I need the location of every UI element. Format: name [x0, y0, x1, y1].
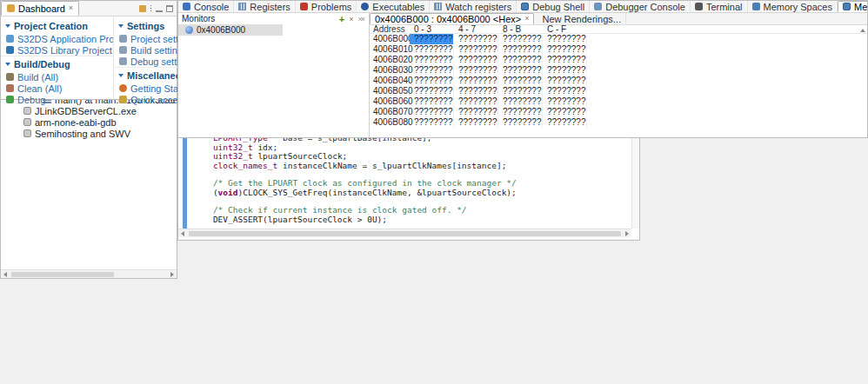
dashboard-action-clean-all[interactable]: Clean (All) [1, 83, 113, 94]
memory-row-4006B030[interactable]: 4006B030???????????????????????????????? [370, 65, 867, 76]
memory-row-4006B070[interactable]: 4006B070???????????????????????????????? [370, 107, 867, 117]
code-text: void [218, 188, 238, 197]
scrollbar-thumb[interactable] [189, 231, 621, 236]
memory-cell[interactable]: ???????? [454, 55, 498, 65]
debug-tree-item-8[interactable]: arm-none-eabi-gdb [1, 116, 177, 128]
memory-row-4006B010[interactable]: 4006B010???????????????????????????????? [370, 44, 867, 55]
memory-cell[interactable]: ???????? [543, 55, 587, 65]
memory-cell[interactable]: ???????? [410, 76, 454, 86]
memory-cell[interactable]: ???????? [498, 107, 543, 117]
bottom-view-tab-console-0[interactable]: Console [178, 1, 234, 12]
memory-address: 4006B060 [370, 96, 410, 107]
debug-tree-item-9[interactable]: Semihosting and SWV [1, 128, 177, 139]
memory-cell[interactable]: ???????? [410, 34, 454, 44]
memory-cell[interactable]: ???????? [410, 117, 454, 128]
scrollbar-thumb[interactable] [11, 272, 114, 277]
memory-address: 4006B080 [370, 117, 410, 128]
memory-row-4006B040[interactable]: 4006B040???????????????????????????????? [370, 76, 867, 86]
monitor-item-0x4006b000[interactable]: 0x4006B000 [178, 24, 283, 36]
bottom-view-tab-debug-shell-5[interactable]: Debug Shell [517, 1, 590, 12]
minimize-icon[interactable] [156, 5, 163, 12]
code-text: /* Check if current instance is clock ga… [193, 205, 467, 215]
memory-cell[interactable]: ???????? [454, 96, 498, 107]
memory-cell[interactable]: ???????? [410, 86, 454, 96]
view-menu-icon[interactable] [150, 4, 152, 12]
rendering-tab-0x4006b000-0x4006b000-hex-0[interactable]: 0x4006B000 : 0x4006B000 <Hex>× [370, 13, 534, 24]
scroll-right-icon[interactable] [623, 231, 631, 236]
memory-cell[interactable]: ???????? [543, 34, 587, 44]
memory-cell[interactable]: ???????? [454, 65, 498, 76]
editor-horizontal-scrollbar[interactable] [178, 228, 631, 237]
rendering-tab-new-renderings-1[interactable]: New Renderings... [534, 13, 626, 24]
dashboard-action-s32ds-application-project[interactable]: S32DS Application Project [1, 33, 113, 44]
memory-row-4006B080[interactable]: 4006B080???????????????????????????????? [370, 117, 867, 128]
memory-cell[interactable]: ???????? [454, 86, 498, 96]
memory-cell[interactable]: ???????? [410, 107, 454, 117]
bottom-view-tab-registers-1[interactable]: Registers [234, 1, 295, 12]
bottom-view-tab-problems-2[interactable]: Problems [296, 1, 357, 12]
bottom-view-tab-memory-9[interactable]: Memory× [838, 1, 867, 12]
memory-cell[interactable]: ???????? [410, 55, 454, 65]
code-line-20[interactable]: (void)CLOCK_SYS_GetFreq(instanceClkName,… [193, 189, 639, 197]
memory-cell[interactable]: ???????? [410, 65, 454, 76]
bottom-view-tab-terminal-7[interactable]: Terminal [691, 1, 748, 12]
close-icon[interactable]: × [69, 4, 73, 12]
memory-cell[interactable]: ???????? [543, 86, 587, 96]
memory-cell[interactable]: ???????? [543, 107, 587, 117]
memory-cell[interactable]: ???????? [498, 44, 543, 55]
memory-cell[interactable]: ???????? [498, 86, 543, 96]
memory-cell[interactable]: ???????? [498, 96, 543, 107]
memory-cell[interactable]: ???????? [454, 44, 498, 55]
dashboard-tab[interactable]: Dashboard × [1, 1, 79, 16]
remove-all-monitors-icon[interactable]: ×× [357, 15, 364, 23]
memory-cell[interactable]: ???????? [543, 96, 587, 107]
bottom-view-tab-memory-spaces-8[interactable]: Memory Spaces [748, 1, 838, 12]
collapse-icon[interactable] [5, 63, 10, 66]
memory-cell[interactable]: ???????? [454, 117, 498, 128]
memory-cell[interactable]: ???????? [543, 76, 587, 86]
remove-monitor-icon[interactable]: × [349, 15, 353, 23]
memory-row-4006B000[interactable]: 4006B000???????????????????????????????? [370, 34, 867, 44]
memory-cell[interactable]: ???????? [410, 44, 454, 55]
scroll-up-icon[interactable] [860, 27, 865, 34]
memory-cell[interactable]: ???????? [498, 76, 543, 86]
memory-cell[interactable]: ???????? [543, 65, 587, 76]
memory-row-4006B050[interactable]: 4006B050???????????????????????????????? [370, 86, 867, 96]
memory-cell[interactable]: ???????? [498, 34, 543, 44]
memory-cell[interactable]: ???????? [410, 96, 454, 107]
dashboard-action-s32ds-library-project[interactable]: S32DS Library Project [1, 44, 113, 56]
code-text: uint32_t [213, 142, 253, 152]
scroll-right-icon[interactable] [168, 272, 177, 277]
bottom-view-tab-watch-registers-4[interactable]: Watch registers [430, 1, 517, 12]
memory-row-4006B060[interactable]: 4006B060???????????????????????????????? [370, 96, 867, 107]
scroll-left-icon[interactable] [1, 272, 10, 277]
close-icon[interactable]: × [524, 15, 529, 23]
bottom-view-tab-debugger-console-6[interactable]: Debugger Console [590, 1, 691, 12]
open-perspective-icon[interactable] [139, 5, 146, 12]
dashboard-action-debug[interactable]: Debug [1, 94, 113, 105]
scroll-left-icon[interactable] [178, 231, 187, 236]
debug-tree-item-7[interactable]: JLinkGDBServerCL.exe [1, 105, 177, 116]
memory-column-4-7: 4 - 7 [454, 25, 498, 33]
code-line-17[interactable]: clock_names_t instanceClkName = s_lpuart… [193, 162, 639, 170]
memory-cell[interactable]: ???????? [543, 117, 587, 128]
add-monitor-icon[interactable]: + [339, 15, 344, 23]
bottom-view-tab-executables-3[interactable]: Executables [357, 1, 430, 12]
maximize-icon[interactable] [166, 5, 173, 12]
memory-cell[interactable]: ???????? [498, 55, 543, 65]
memory-cell[interactable]: ???????? [454, 76, 498, 86]
debug-horizontal-scrollbar[interactable] [1, 269, 177, 278]
memory-cell[interactable]: ???????? [498, 65, 543, 76]
code-line-23[interactable]: DEV_ASSERT(lpuartSourceClock > 0U); [193, 215, 639, 224]
collapse-icon[interactable] [5, 24, 10, 28]
memory-cell[interactable]: ???????? [543, 44, 587, 55]
memory-cell[interactable]: ???????? [454, 34, 498, 44]
collapse-icon[interactable] [118, 24, 124, 28]
dashboard-action-build-all[interactable]: Build (All) [1, 71, 113, 83]
memory-row-4006B020[interactable]: 4006B020???????????????????????????????? [370, 55, 867, 65]
memory-cell[interactable]: ???????? [454, 107, 498, 117]
code-text: ( [193, 188, 218, 197]
collapse-icon[interactable] [118, 74, 124, 77]
memory-column-address: Address [370, 25, 410, 33]
memory-cell[interactable]: ???????? [498, 117, 543, 128]
